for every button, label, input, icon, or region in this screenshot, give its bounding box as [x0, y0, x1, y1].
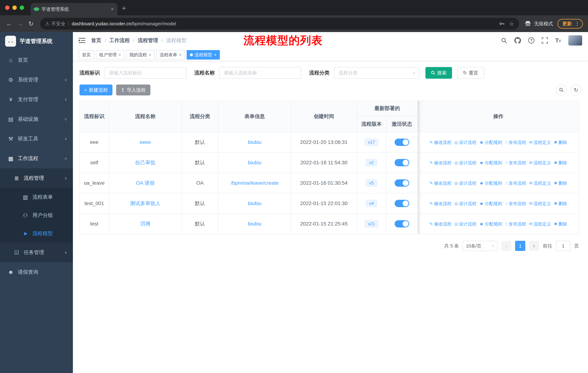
sidebar-item-workflow[interactable]: ▦ 工作流程 ∧	[0, 149, 73, 168]
modify-process-action[interactable]: ✎修改流程	[430, 180, 451, 186]
design-process-action[interactable]: ◎设计流程	[454, 180, 476, 186]
next-page-button[interactable]: ›	[529, 241, 539, 251]
window-close-button[interactable]	[5, 5, 10, 10]
form-info-link[interactable]: biubiu	[248, 160, 262, 165]
page-1-button[interactable]: 1	[515, 241, 525, 251]
tag-process-form[interactable]: 流程表单 ×	[156, 50, 185, 60]
modify-process-action[interactable]: ✎修改流程	[430, 221, 451, 227]
process-definition-action[interactable]: ✉流程定义	[529, 160, 551, 166]
active-toggle[interactable]	[395, 139, 409, 146]
refresh-table-button[interactable]: ↻	[570, 84, 581, 95]
breadcrumb-process-management[interactable]: 流程管理	[138, 37, 158, 44]
publish-process-action[interactable]: ☝发布流程	[505, 180, 526, 186]
sidebar-item-system-management[interactable]: ⚙ 系统管理 ∨	[0, 70, 73, 90]
publish-process-action[interactable]: ☝发布流程	[505, 201, 526, 207]
browser-menu-icon[interactable]: ⋮	[575, 21, 580, 27]
publish-process-action[interactable]: ☝发布流程	[505, 140, 526, 145]
breadcrumb-workflow[interactable]: 工作流程	[109, 37, 130, 44]
close-icon[interactable]: ×	[179, 52, 181, 57]
close-icon[interactable]: ×	[118, 52, 121, 57]
window-zoom-button[interactable]	[20, 5, 24, 10]
address-bar[interactable]: ⚠ 不安全 dashboard.yudao.iocoder.cn /bpm/ma…	[40, 18, 519, 30]
new-tab-button[interactable]: +	[122, 4, 126, 12]
active-toggle[interactable]	[395, 179, 409, 187]
sidebar-item-process-management[interactable]: ≣ 流程管理 ∧	[0, 168, 73, 188]
window-minimize-button[interactable]	[12, 5, 17, 10]
form-info-link[interactable]: biubiu	[248, 139, 262, 145]
search-button[interactable]: 搜索	[425, 67, 452, 79]
font-size-icon[interactable]: TT	[555, 37, 561, 44]
modify-process-action[interactable]: ✎修改流程	[430, 160, 451, 166]
design-process-action[interactable]: ◎设计流程	[454, 160, 476, 166]
tag-tenant-management[interactable]: 租户管理 ×	[96, 50, 124, 60]
assign-rule-action[interactable]: ☻分配规则	[479, 160, 502, 166]
assign-rule-action[interactable]: ☻分配规则	[479, 140, 502, 145]
fullscreen-icon[interactable]	[542, 37, 548, 43]
assign-rule-action[interactable]: ☻分配规则	[479, 201, 502, 207]
sidebar-item-leave-query[interactable]: ☻ 请假查询	[0, 262, 73, 282]
sidebar-item-payment-management[interactable]: ¥ 支付管理 ∨	[0, 90, 73, 109]
process-name-link[interactable]: OA 请假	[136, 180, 155, 186]
active-toggle[interactable]	[395, 159, 409, 166]
modify-process-action[interactable]: ✎修改流程	[430, 201, 451, 207]
sidebar-item-user-group[interactable]: ⚇ 用户分组	[0, 206, 73, 224]
publish-process-action[interactable]: ☝发布流程	[505, 160, 526, 166]
process-name-link[interactable]: eeee	[140, 139, 151, 145]
back-button[interactable]: ←	[4, 20, 15, 27]
tab-close-icon[interactable]: ×	[111, 6, 114, 12]
update-chip[interactable]: 更新 ⋮	[557, 19, 583, 29]
menu-fold-icon[interactable]	[79, 38, 85, 43]
search-icon[interactable]	[501, 37, 507, 43]
goto-page-input[interactable]	[556, 241, 570, 251]
tag-home[interactable]: 首页	[79, 50, 94, 60]
sidebar-item-process-form[interactable]: ▥ 流程表单	[0, 188, 73, 206]
sidebar-item-dev-tools[interactable]: ⚒ 研发工具 ∨	[0, 129, 73, 149]
bookmark-star-icon[interactable]: ☆	[509, 20, 514, 27]
delete-action[interactable]: ✖删除	[554, 180, 567, 186]
process-definition-action[interactable]: ✉流程定义	[529, 140, 551, 145]
process-definition-action[interactable]: ✉流程定义	[529, 201, 551, 207]
delete-action[interactable]: ✖删除	[554, 160, 567, 166]
assign-rule-action[interactable]: ☻分配规则	[479, 221, 502, 227]
form-info-link[interactable]: biubiu	[248, 201, 262, 206]
delete-action[interactable]: ✖删除	[554, 201, 567, 207]
sidebar-item-home[interactable]: ⌂ 首页	[0, 50, 73, 70]
toggle-search-button[interactable]	[556, 84, 567, 95]
github-icon[interactable]	[514, 37, 521, 44]
reset-button[interactable]: ↻ 重置	[457, 67, 484, 79]
process-definition-action[interactable]: ✉流程定义	[529, 221, 551, 227]
reload-button[interactable]: ↻	[26, 20, 36, 27]
design-process-action[interactable]: ◎设计流程	[454, 140, 476, 145]
process-category-select[interactable]: 流程分类 ∨	[334, 67, 420, 79]
delete-action[interactable]: ✖删除	[554, 221, 567, 227]
process-name-link[interactable]: 滔博	[140, 221, 150, 227]
sidebar-item-process-model[interactable]: ➤ 流程模型	[0, 224, 73, 242]
forward-button[interactable]: →	[15, 20, 26, 27]
process-name-link[interactable]: 自己审批	[135, 160, 156, 165]
close-icon[interactable]: ×	[214, 52, 217, 57]
tag-my-process[interactable]: 我的流程 ×	[126, 50, 155, 60]
process-name-link[interactable]: 测试多审批人	[130, 201, 161, 206]
process-name-input[interactable]	[219, 67, 301, 79]
tag-process-model[interactable]: 流程模型 ×	[187, 50, 220, 60]
help-icon[interactable]: ?	[528, 37, 535, 43]
password-key-icon[interactable]	[499, 21, 505, 27]
modify-process-action[interactable]: ✎修改流程	[430, 140, 451, 145]
design-process-action[interactable]: ◎设计流程	[454, 201, 476, 207]
close-icon[interactable]: ×	[149, 52, 151, 57]
assign-rule-action[interactable]: ☻分配规则	[479, 180, 502, 186]
active-toggle[interactable]	[395, 200, 409, 207]
import-process-button[interactable]: ↥ 导入流程	[116, 84, 150, 95]
process-definition-action[interactable]: ✉流程定义	[529, 180, 551, 186]
prev-page-button[interactable]: ‹	[501, 241, 511, 251]
form-info-link[interactable]: biubiu	[248, 221, 262, 227]
process-id-input[interactable]	[104, 67, 186, 79]
user-avatar[interactable]	[568, 35, 582, 46]
browser-tab[interactable]: 芋道管理系统 ×	[31, 3, 117, 15]
active-toggle[interactable]	[395, 220, 409, 227]
publish-process-action[interactable]: ☝发布流程	[505, 221, 526, 227]
design-process-action[interactable]: ◎设计流程	[454, 221, 476, 227]
sidebar-item-infrastructure[interactable]: ▤ 基础设施 ∨	[0, 109, 73, 129]
create-process-button[interactable]: + 新建流程	[79, 84, 113, 95]
delete-action[interactable]: ✖删除	[554, 140, 567, 145]
